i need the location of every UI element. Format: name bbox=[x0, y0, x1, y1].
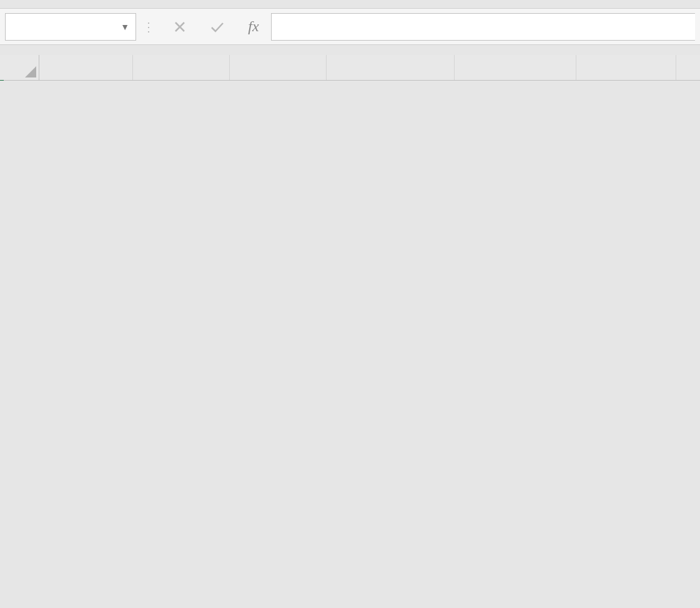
fx-icon[interactable]: fx bbox=[236, 18, 271, 35]
select-all-corner[interactable] bbox=[0, 55, 39, 80]
col-head-C[interactable] bbox=[229, 55, 326, 80]
col-head-F[interactable] bbox=[576, 55, 676, 80]
col-head-A[interactable] bbox=[39, 55, 132, 80]
x-icon bbox=[174, 21, 186, 33]
col-head-E[interactable] bbox=[454, 55, 576, 80]
grid-table bbox=[0, 55, 700, 81]
check-icon bbox=[210, 21, 225, 33]
separator-dots-icon: ⋮ bbox=[136, 19, 161, 34]
name-box[interactable]: ▼ bbox=[5, 13, 136, 41]
formula-input[interactable] bbox=[271, 13, 695, 41]
col-head-D[interactable] bbox=[326, 55, 454, 80]
col-head-G[interactable] bbox=[676, 55, 700, 80]
formula-bar: ▼ ⋮ fx bbox=[0, 9, 700, 45]
enter-formula-button bbox=[199, 13, 236, 41]
spacer-strip bbox=[0, 45, 700, 55]
cancel-formula-button bbox=[161, 13, 199, 41]
col-head-B[interactable] bbox=[132, 55, 229, 80]
chevron-down-icon[interactable]: ▼ bbox=[121, 22, 129, 32]
worksheet[interactable] bbox=[0, 55, 700, 81]
column-header-row bbox=[0, 55, 700, 80]
ribbon-strip bbox=[0, 0, 700, 9]
